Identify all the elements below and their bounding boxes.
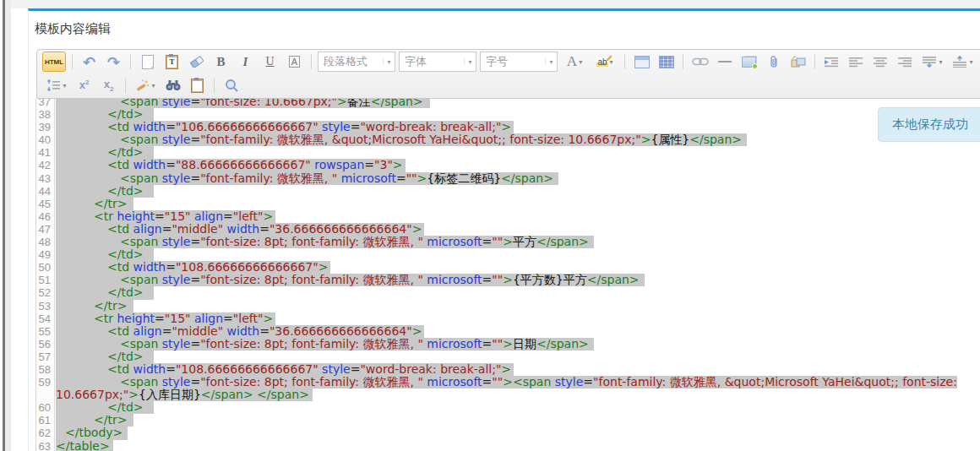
image-icon[interactable]	[737, 52, 761, 72]
preview-icon[interactable]	[219, 75, 243, 95]
code-line: 41</td>	[36, 146, 980, 159]
code-line: 10.6667px;">{入库日期}</span> </span>	[36, 389, 980, 401]
highlight-color-button[interactable]: ab▾	[590, 52, 620, 72]
line-number: 45	[36, 198, 55, 210]
paste-text-icon[interactable]: T	[160, 52, 184, 72]
subscript-icon[interactable]: x2	[96, 75, 121, 95]
line-number: 40	[36, 133, 55, 146]
paragraph-format-select-label: 段落格式	[318, 54, 383, 69]
line-number: 48	[36, 236, 55, 248]
remove-format-button[interactable]: A	[282, 52, 307, 72]
code-text: </td>	[56, 286, 154, 299]
line-number: 51	[36, 274, 55, 286]
line-number: 49	[36, 248, 55, 261]
code-line: 45</tr>	[36, 198, 980, 210]
font-family-select[interactable]: 字体▾	[399, 52, 476, 72]
code-text: </table>	[56, 440, 113, 451]
toolbar-separator	[311, 54, 312, 69]
para-spacing-button[interactable]: ▾	[948, 52, 978, 72]
code-text: </td>	[56, 248, 154, 261]
hr-icon[interactable]	[712, 52, 737, 72]
align-center-icon[interactable]	[868, 52, 893, 72]
code-text: <span style="font-size: 8pt; font-family…	[56, 236, 594, 248]
paragraph-format-select[interactable]: 段落格式▾	[318, 52, 395, 72]
code-text: <span style="font-family: 微软雅黑, " micros…	[56, 172, 558, 185]
line-number: 42	[36, 159, 55, 171]
superscript-icon[interactable]: x2	[72, 75, 96, 95]
code-line: 57</td>	[36, 350, 980, 363]
underline-button[interactable]: U	[258, 52, 282, 72]
clipboard-icon[interactable]	[185, 75, 210, 95]
source-code-editor[interactable]: 37<span style="font-size: 10.6667px;">备注…	[35, 99, 980, 451]
font-size-select[interactable]: 字号▾	[480, 52, 558, 72]
code-line: 37<span style="font-size: 10.6667px;">备注…	[36, 99, 980, 108]
chevron-down-icon: ▾	[579, 58, 582, 66]
attachment-icon[interactable]	[761, 52, 786, 72]
code-line: 63</table>	[36, 440, 980, 451]
toolbar-separator	[214, 78, 215, 93]
template-editor-card: 模板内容编辑 HTML↶↷TBIUA段落格式▾字体▾字号▾A▾ab▾▾▾ ▾x2…	[28, 8, 980, 451]
line-number: 53	[36, 300, 55, 312]
line-number: 56	[36, 338, 55, 350]
code-line: 38</td>	[36, 108, 980, 121]
chevron-down-icon: ▾	[464, 58, 476, 66]
code-line: 46<tr height="15" align="left">	[36, 210, 980, 223]
chevron-down-icon: ▾	[610, 58, 613, 66]
code-text: <span style="font-family: 微软雅黑, &quot;Mi…	[56, 133, 747, 146]
code-text: <td width="108.66666666666667" style="wo…	[56, 363, 514, 376]
link-icon[interactable]	[688, 52, 712, 72]
chevron-down-icon: ▾	[939, 58, 942, 66]
code-line: 43<span style="font-family: 微软雅黑, " micr…	[36, 172, 980, 185]
toolbar-separator	[624, 54, 625, 69]
chevron-down-icon: ▾	[63, 82, 66, 90]
italic-button[interactable]: I	[233, 52, 258, 72]
toolbar-separator	[125, 78, 126, 93]
save-success-toast: 本地保存成功	[878, 107, 980, 142]
code-line: 50<td width="108.66666666666667">	[36, 261, 980, 274]
code-line: 62</tbody>	[36, 427, 980, 439]
line-number: 37	[36, 99, 55, 108]
code-line: 55<td align="middle" width="36.666666666…	[36, 325, 980, 338]
html-source-button[interactable]: HTML	[42, 52, 66, 72]
font-color-button[interactable]: A▾	[559, 52, 590, 72]
indent-icon[interactable]	[819, 52, 844, 72]
chevron-down-icon: ▾	[969, 58, 972, 66]
find-replace-icon[interactable]	[161, 75, 185, 95]
align-left-icon[interactable]	[844, 52, 868, 72]
code-text: <span style="font-size: 8pt; font-family…	[56, 274, 645, 286]
undo-icon[interactable]: ↶	[77, 52, 101, 72]
redo-icon[interactable]: ↷	[101, 52, 126, 72]
new-doc-icon[interactable]	[135, 52, 160, 72]
font-family-select-label: 字体	[400, 54, 464, 69]
line-height-button[interactable]: ▾	[917, 52, 948, 72]
toolbar-separator	[683, 54, 683, 69]
align-right-icon[interactable]	[893, 52, 917, 72]
line-number: 46	[36, 210, 55, 223]
chevron-down-icon: ▾	[383, 58, 395, 66]
chevron-down-icon: ▾	[545, 58, 557, 66]
code-text: </td>	[56, 146, 154, 159]
code-text: </td>	[56, 401, 154, 414]
table-grid-icon[interactable]	[654, 52, 678, 72]
wand-button[interactable]: ▾	[130, 75, 161, 95]
line-number: 59	[36, 376, 55, 389]
code-text: <tr height="15" align="left">	[56, 210, 275, 223]
eraser-icon[interactable]	[184, 52, 209, 72]
code-line: 53</tr>	[36, 300, 980, 312]
line-number: 61	[36, 414, 55, 427]
code-text: </td>	[56, 185, 154, 198]
line-number: 44	[36, 185, 55, 198]
code-text: <td align="middle" width="36.66666666666…	[56, 325, 424, 338]
list-sort-button[interactable]: ▾	[41, 75, 72, 95]
table-panel-icon[interactable]	[629, 52, 654, 72]
page-title: 模板内容编辑	[35, 21, 111, 37]
code-text: <span style="font-size: 8pt; font-family…	[56, 338, 594, 350]
page-top-band	[11, 0, 980, 8]
media-icon[interactable]	[786, 52, 810, 72]
code-text: </tbody>	[56, 427, 128, 439]
code-text: </td>	[56, 350, 154, 363]
code-line: 40<span style="font-family: 微软雅黑, &quot;…	[36, 133, 980, 146]
bold-button[interactable]: B	[209, 52, 233, 72]
code-text: </td>	[56, 108, 154, 121]
line-number: 50	[36, 261, 55, 274]
